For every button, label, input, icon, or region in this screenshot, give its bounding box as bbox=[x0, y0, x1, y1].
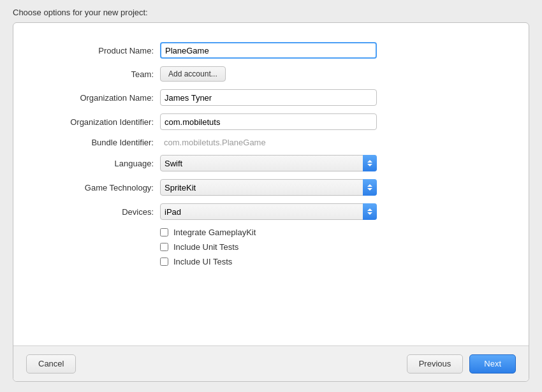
org-name-field bbox=[160, 89, 377, 106]
bundle-id-label: Bundle Identifier: bbox=[39, 138, 160, 147]
product-name-field bbox=[160, 42, 377, 59]
game-tech-label: Game Technology: bbox=[39, 183, 160, 192]
bundle-id-row: Bundle Identifier: com.mobiletuts.PlaneG… bbox=[39, 138, 503, 147]
product-name-row: Product Name: bbox=[39, 42, 503, 59]
ui-tests-label: Include UI Tests bbox=[173, 257, 232, 266]
bundle-id-field: com.mobiletuts.PlaneGame bbox=[160, 138, 377, 147]
devices-row: Devices: iPad iPhone Universal bbox=[39, 203, 503, 220]
devices-label: Devices: bbox=[39, 207, 160, 217]
footer-right: Previous Next bbox=[407, 354, 516, 374]
product-name-label: Product Name: bbox=[39, 46, 160, 55]
team-row: Team: Add account... bbox=[39, 66, 503, 82]
unit-tests-label: Include Unit Tests bbox=[173, 242, 238, 252]
game-tech-select[interactable]: SpriteKit SceneKit Metal OpenGL ES bbox=[160, 179, 377, 196]
ui-tests-checkbox[interactable] bbox=[160, 258, 168, 266]
team-field: Add account... bbox=[160, 66, 377, 82]
previous-button[interactable]: Previous bbox=[407, 354, 464, 374]
gameplay-kit-checkbox[interactable] bbox=[160, 228, 168, 236]
language-row: Language: Swift Objective-C bbox=[39, 155, 503, 171]
gameplay-kit-row: Integrate GameplayKit bbox=[160, 228, 503, 237]
unit-tests-row: Include Unit Tests bbox=[160, 242, 503, 252]
bundle-id-value: com.mobiletuts.PlaneGame bbox=[160, 135, 270, 150]
checkboxes-area: Integrate GameplayKit Include Unit Tests… bbox=[160, 228, 503, 266]
org-name-row: Organization Name: bbox=[39, 89, 503, 106]
dialog-title: Choose options for your new project: bbox=[13, 8, 148, 17]
cancel-button[interactable]: Cancel bbox=[26, 354, 76, 374]
language-select[interactable]: Swift Objective-C bbox=[160, 155, 377, 171]
team-label: Team: bbox=[39, 69, 160, 79]
gameplay-kit-label: Integrate GameplayKit bbox=[173, 228, 256, 237]
game-tech-select-wrapper: SpriteKit SceneKit Metal OpenGL ES bbox=[160, 179, 377, 196]
footer-left: Cancel bbox=[26, 354, 407, 374]
next-button[interactable]: Next bbox=[469, 354, 516, 374]
language-select-wrapper: Swift Objective-C bbox=[160, 155, 377, 171]
org-id-field bbox=[160, 113, 377, 130]
product-name-input[interactable] bbox=[160, 42, 377, 59]
footer-bar: Cancel Previous Next bbox=[13, 345, 529, 381]
org-id-input[interactable] bbox=[160, 113, 377, 130]
ui-tests-row: Include UI Tests bbox=[160, 257, 503, 266]
unit-tests-checkbox[interactable] bbox=[160, 243, 168, 251]
devices-select-wrapper: iPad iPhone Universal bbox=[160, 203, 377, 220]
org-id-label: Organization Identifier: bbox=[39, 117, 160, 127]
devices-select[interactable]: iPad iPhone Universal bbox=[160, 203, 377, 220]
game-tech-row: Game Technology: SpriteKit SceneKit Meta… bbox=[39, 179, 503, 196]
org-id-row: Organization Identifier: bbox=[39, 113, 503, 130]
org-name-label: Organization Name: bbox=[39, 93, 160, 103]
org-name-input[interactable] bbox=[160, 89, 377, 106]
language-label: Language: bbox=[39, 159, 160, 168]
add-account-button[interactable]: Add account... bbox=[160, 66, 226, 82]
